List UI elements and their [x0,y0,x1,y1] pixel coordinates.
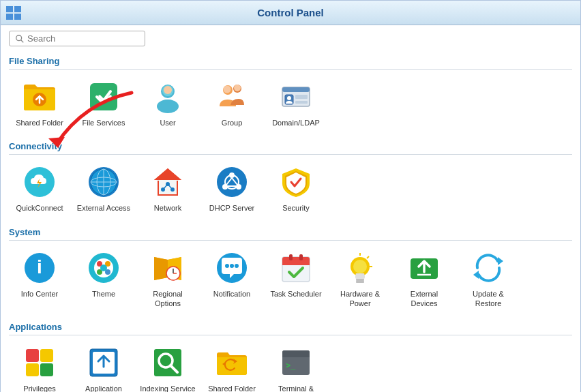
quickconnect-label: QuickConnect [16,203,63,213]
system-title: System [9,223,572,241]
indexing-service-item[interactable]: Indexing Service [137,341,198,392]
regional-options-item[interactable]: Regional Options [137,246,198,313]
privileges-item[interactable]: Privileges [9,341,70,392]
hardware-power-item[interactable]: Hardware & Power [329,246,391,313]
application-portal-item[interactable]: Application Portal [73,341,134,392]
external-devices-item[interactable]: External Devices [393,246,455,313]
terminal-snmp-icon-wrapper: >_ [278,345,314,380]
svg-rect-17 [282,87,310,92]
notification-icon-wrapper [214,250,250,286]
dhcp-server-item[interactable]: DHCP Server [201,160,263,217]
svg-rect-72 [356,279,364,281]
terminal-snmp-item[interactable]: >_ Terminal & SNMP [265,341,327,392]
network-item[interactable]: Network [137,160,198,217]
search-box[interactable] [9,31,145,46]
domain-ldap-item[interactable]: Domain/LDAP [265,75,327,132]
update-restore-label: Update & Restore [460,289,516,309]
svg-rect-0 [6,6,13,12]
external-access-icon [87,165,121,199]
system-section: System i Info Center [9,223,572,313]
svg-rect-84 [26,363,39,376]
shared-folder-icon-wrapper [22,79,57,115]
hardware-power-icon-wrapper [342,250,378,286]
shared-folder-icon [23,80,57,114]
dhcp-server-label: DHCP Server [209,203,254,213]
svg-point-22 [287,96,291,100]
user-label: User [160,118,175,127]
external-access-label: External Access [77,203,130,213]
network-icon [151,165,185,199]
svg-point-4 [16,35,22,40]
regional-options-icon-wrapper [150,250,185,286]
search-area [1,25,580,52]
indexing-service-label: Indexing Service [140,384,195,392]
svg-point-43 [229,172,235,178]
svg-point-11 [164,86,172,94]
network-icon-wrapper [150,164,185,200]
shared-folder-sync-item[interactable]: Shared Folder Sync [201,341,263,392]
update-restore-icon-wrapper [471,250,506,286]
domain-ldap-label: Domain/LDAP [272,118,320,127]
info-center-item[interactable]: i Info Center [9,246,70,313]
dhcp-server-icon [215,165,249,199]
svg-rect-1 [14,6,21,12]
quickconnect-item[interactable]: QuickConnect [9,160,70,217]
update-restore-icon [472,252,505,284]
svg-rect-2 [6,14,13,20]
theme-label: Theme [92,289,115,299]
group-item[interactable]: Group [201,75,263,132]
file-sharing-title: File Sharing [9,52,572,70]
shared-folder-sync-icon-wrapper [214,345,250,380]
domain-ldap-icon [281,82,311,112]
user-icon [151,80,184,113]
svg-point-57 [100,265,107,271]
group-icon-wrapper [214,79,250,115]
page-title: Control Panel [257,7,324,18]
file-services-item[interactable]: File Services [73,75,134,132]
external-access-item[interactable]: External Access [73,160,134,217]
external-devices-icon-wrapper [406,250,442,286]
update-restore-item[interactable]: Update & Restore [458,246,519,313]
theme-item[interactable]: Theme [73,246,134,313]
svg-line-76 [367,256,369,258]
search-icon [15,34,25,44]
user-item[interactable]: User [137,75,198,132]
svg-rect-83 [40,349,53,362]
svg-rect-7 [90,83,117,110]
svg-point-15 [234,85,241,91]
file-services-icon-wrapper [86,79,121,115]
file-sharing-grid: Shared Folder File Services [9,75,572,132]
task-scheduler-item[interactable]: Task Scheduler [265,246,327,313]
svg-rect-68 [282,262,310,265]
quickconnect-icon [23,165,57,199]
search-input[interactable] [27,33,136,44]
shared-folder-sync-label: Shared Folder Sync [204,384,260,392]
task-scheduler-icon [280,252,312,284]
terminal-snmp-label: Terminal & SNMP [268,384,324,392]
security-item[interactable]: Security [265,160,327,217]
svg-rect-69 [289,254,293,260]
svg-text:>_: >_ [286,361,296,370]
file-sharing-section: File Sharing Shared Folder [9,52,572,132]
task-scheduler-icon-wrapper [278,250,314,286]
shared-folder-item[interactable]: Shared Folder [9,75,70,132]
shared-folder-sync-icon [215,346,248,379]
notification-item[interactable]: Notification [201,246,263,313]
file-services-label: File Services [83,118,125,127]
notification-icon [215,251,249,285]
indexing-service-icon [151,346,184,379]
application-portal-icon-wrapper [86,345,121,380]
dhcp-icon-wrapper [214,164,250,200]
svg-rect-73 [356,281,364,283]
theme-icon [87,252,120,284]
network-label: Network [154,203,181,213]
privileges-label: Privileges [23,384,56,392]
connectivity-grid: QuickConnect External Access [9,160,572,217]
hardware-power-label: Hardware & Power [332,289,388,309]
svg-marker-35 [154,168,181,180]
control-panel-icon [6,6,23,20]
privileges-icon-wrapper [22,345,57,380]
connectivity-section: Connectivity QuickConnect [9,137,572,217]
svg-rect-21 [295,101,308,104]
regional-options-label: Regional Options [140,289,196,309]
